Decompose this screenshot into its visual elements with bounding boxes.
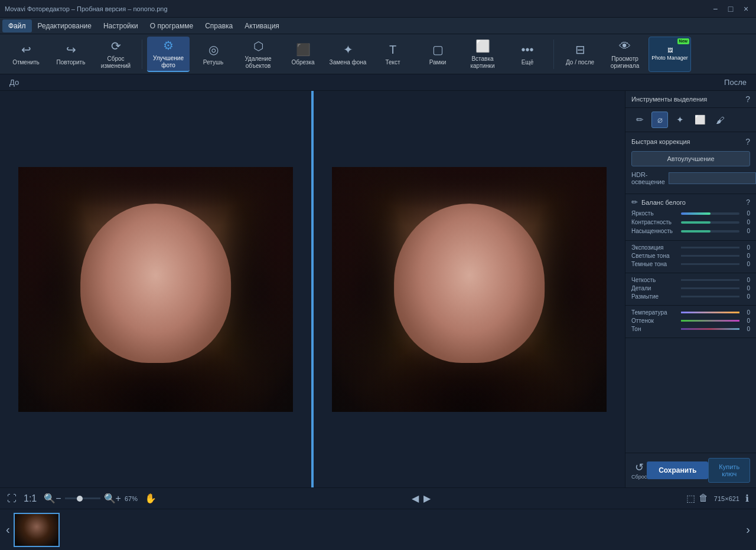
details-track[interactable] (681, 287, 739, 289)
clarity-track[interactable] (681, 279, 739, 281)
text-label: Текст (385, 59, 400, 66)
lasso-tool[interactable]: ⌀ (651, 112, 668, 128)
zoom-controls: 🔍− 🔍+ 67% (44, 493, 138, 504)
reset-changes-button[interactable]: ⟳ Сброс изменений (94, 37, 137, 72)
before-after-button[interactable]: ⊟ До / после (559, 37, 601, 72)
menu-about[interactable]: О программе (144, 19, 199, 32)
retouch-button[interactable]: ◎ Ретушь (192, 37, 234, 72)
nav-next-button[interactable]: ▶ (423, 493, 431, 504)
exposure-track[interactable] (681, 247, 739, 248)
undo-label: Отменить (12, 59, 40, 66)
tone-row: Тон 0 (631, 326, 750, 332)
highlights-track[interactable] (681, 255, 739, 257)
after-eye-right (497, 260, 530, 274)
frames-button[interactable]: ▢ Рамки (416, 37, 459, 72)
autoimprove-button[interactable]: Автоулучшение (631, 151, 750, 166)
enhance-label: Улучшение фото (147, 55, 190, 69)
rect-select-tool[interactable]: ⬜ (692, 112, 708, 128)
temperature-track[interactable] (681, 312, 739, 313)
panel-save-area: ↺ Сброс Сохранить Купить ключ (625, 453, 756, 487)
tint-row: Оттенок 0 (631, 317, 750, 324)
zoom-out-icon[interactable]: 🔍− (44, 493, 61, 504)
menu-help[interactable]: Справка (199, 19, 239, 32)
zoom-in-icon[interactable]: 🔍+ (104, 493, 121, 504)
white-balance-help[interactable]: ? (746, 198, 750, 207)
crop-button[interactable]: ⬛ Обрезка (282, 37, 324, 72)
info-icon[interactable]: ℹ (745, 493, 749, 504)
temperature-fill (681, 312, 739, 313)
paint-select-tool[interactable]: 🖌 (712, 112, 728, 128)
strip-prev-button[interactable]: ‹ (2, 523, 14, 536)
minimize-button[interactable]: − (710, 4, 721, 14)
clarity-section: Четкость 0 Детали 0 Размыт (625, 273, 756, 306)
thumbnail-1[interactable] (14, 513, 60, 547)
redo-button[interactable]: ↪ Повторить (50, 37, 92, 72)
thumbnail-strip: ‹ › (0, 509, 756, 550)
compare-icon[interactable]: ⬚ (686, 493, 695, 504)
hdr-input[interactable] (669, 172, 756, 184)
frames-icon: ▢ (432, 42, 444, 57)
remove-objects-button[interactable]: ⬡ Удаление объектов (237, 37, 279, 72)
new-badge: New (677, 38, 689, 44)
text-button[interactable]: T Текст (372, 37, 414, 72)
menu-edit[interactable]: Редактирование (32, 19, 97, 32)
temperature-row: Температура 0 (631, 309, 750, 316)
tone-track[interactable] (681, 328, 739, 330)
details-value: 0 (742, 285, 750, 292)
replace-bg-button[interactable]: ✦ Замена фона (327, 37, 369, 72)
magic-wand-tool[interactable]: ✦ (672, 112, 688, 128)
blur-track[interactable] (681, 296, 739, 297)
more-icon: ••• (521, 42, 533, 57)
enhance-button[interactable]: ⚙ Улучшение фото (147, 37, 190, 72)
toolbar-separator-2 (553, 40, 554, 69)
after-label: После (378, 78, 747, 87)
white-balance-title: Баланс белого (641, 199, 742, 206)
undo-icon: ↩ (21, 42, 31, 57)
selection-tools-help[interactable]: ? (745, 94, 750, 104)
zoom-slider[interactable] (65, 497, 100, 499)
menu-file[interactable]: Файл (2, 19, 32, 32)
hand-tool-icon[interactable]: ✋ (145, 493, 157, 504)
saturation-row: Насыщенность 0 (631, 228, 750, 234)
shadows-track[interactable] (681, 263, 739, 265)
contrast-label: Контрастность (631, 219, 679, 225)
contrast-track[interactable] (681, 221, 739, 224)
thumbnail-container (14, 513, 743, 547)
tint-track[interactable] (681, 320, 739, 322)
photo-manager-button[interactable]: New 🖼 Photo Manager (649, 37, 691, 72)
brightness-track[interactable] (681, 212, 739, 215)
lips (123, 319, 189, 331)
view-original-button[interactable]: 👁 Просмотр оригинала (604, 37, 646, 72)
quick-correction-help[interactable]: ? (745, 137, 750, 146)
quick-correction-header: Быстрая коррекция ? (631, 137, 750, 146)
retouch-label: Ретушь (203, 59, 223, 66)
before-pane (0, 91, 311, 487)
tint-label: Оттенок (631, 317, 679, 324)
save-button[interactable]: Сохранить (647, 461, 708, 479)
close-button[interactable]: × (741, 4, 751, 14)
insert-image-button[interactable]: ⬜ Вставка картинки (461, 37, 504, 72)
shadows-value: 0 (742, 261, 750, 267)
zoom-11-label[interactable]: 1:1 (24, 493, 37, 504)
brightness-label: Яркость (631, 210, 679, 217)
strip-next-button[interactable]: › (742, 523, 754, 536)
enhance-icon: ⚙ (163, 38, 174, 53)
more-button[interactable]: ••• Ещё (506, 37, 549, 72)
delete-icon[interactable]: 🗑 (699, 493, 708, 504)
image-icons: ⬚ 🗑 (686, 493, 708, 504)
insert-image-label: Вставка картинки (461, 55, 504, 70)
undo-button[interactable]: ↩ Отменить (5, 37, 47, 72)
fullscreen-icon[interactable]: ⛶ (7, 493, 17, 504)
maximize-button[interactable]: □ (725, 4, 736, 14)
saturation-track[interactable] (681, 230, 739, 233)
temperature-value: 0 (742, 309, 750, 316)
pencil-select-tool[interactable]: ✏ (631, 112, 648, 128)
nav-arrows: ◀ ▶ (164, 493, 679, 504)
nav-prev-button[interactable]: ◀ (412, 493, 419, 504)
toolbar: ↩ Отменить ↪ Повторить ⟳ Сброс изменений… (0, 34, 756, 74)
buy-key-button[interactable]: Купить ключ (708, 458, 750, 483)
quick-correction-title: Быстрая коррекция (631, 138, 690, 145)
menu-settings[interactable]: Настройки (97, 19, 144, 32)
menu-activate[interactable]: Активация (239, 19, 285, 32)
statusbar: ⛶ 1:1 🔍− 🔍+ 67% ✋ ◀ ▶ ⬚ 🗑 715×621 ℹ (0, 487, 756, 509)
